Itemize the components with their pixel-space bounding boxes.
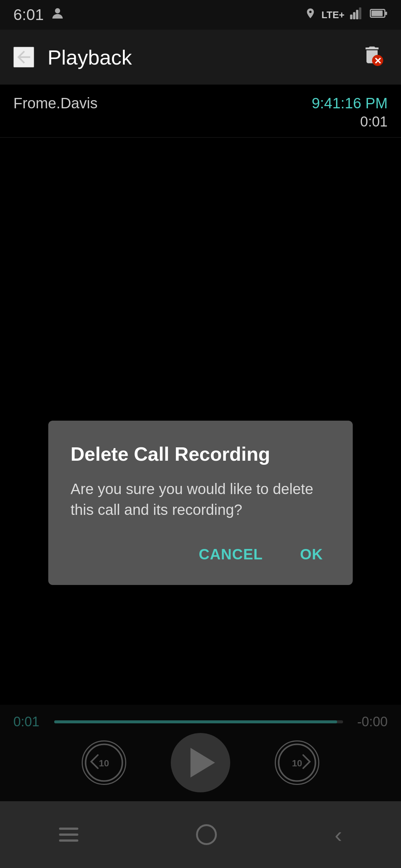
signal-icon	[350, 7, 365, 22]
status-left: 6:01	[13, 6, 65, 24]
status-time: 6:01	[13, 6, 44, 24]
svg-rect-3	[356, 10, 358, 19]
svg-point-0	[55, 8, 60, 13]
user-icon	[50, 6, 65, 24]
lte-badge: LTE+	[322, 10, 345, 20]
dialog-actions: CANCEL OK	[71, 542, 330, 566]
svg-rect-6	[372, 11, 383, 16]
battery-icon	[370, 7, 388, 22]
location-icon	[304, 7, 316, 22]
page-title: Playback	[48, 45, 348, 69]
content-area: Delete Call Recording Are you sure you w…	[0, 138, 401, 868]
svg-text:✕: ✕	[374, 56, 382, 66]
svg-rect-1	[350, 14, 352, 19]
recording-info: Frome.Davis 9:41:16 PM 0:01	[0, 85, 401, 138]
toolbar: Playback ✕	[0, 30, 401, 85]
cancel-button[interactable]: CANCEL	[191, 542, 270, 566]
call-duration: 0:01	[360, 114, 388, 130]
svg-rect-2	[353, 12, 355, 19]
dialog-overlay: Delete Call Recording Are you sure you w…	[0, 138, 401, 868]
status-bar: 6:01 LTE+	[0, 0, 401, 30]
page: 6:01 LTE+	[0, 0, 401, 868]
svg-rect-7	[385, 12, 387, 15]
delete-button[interactable]: ✕	[361, 44, 388, 70]
ok-button[interactable]: OK	[293, 542, 330, 566]
status-right: LTE+	[304, 7, 388, 22]
back-button[interactable]	[13, 47, 34, 68]
caller-name: Frome.Davis	[13, 95, 98, 112]
dialog-title: Delete Call Recording	[71, 443, 330, 465]
call-time: 9:41:16 PM	[312, 95, 388, 112]
info-right: 9:41:16 PM 0:01	[312, 95, 388, 130]
svg-rect-4	[359, 7, 361, 19]
dialog: Delete Call Recording Are you sure you w…	[48, 421, 353, 585]
dialog-message: Are you sure you would like to delete th…	[71, 479, 330, 520]
